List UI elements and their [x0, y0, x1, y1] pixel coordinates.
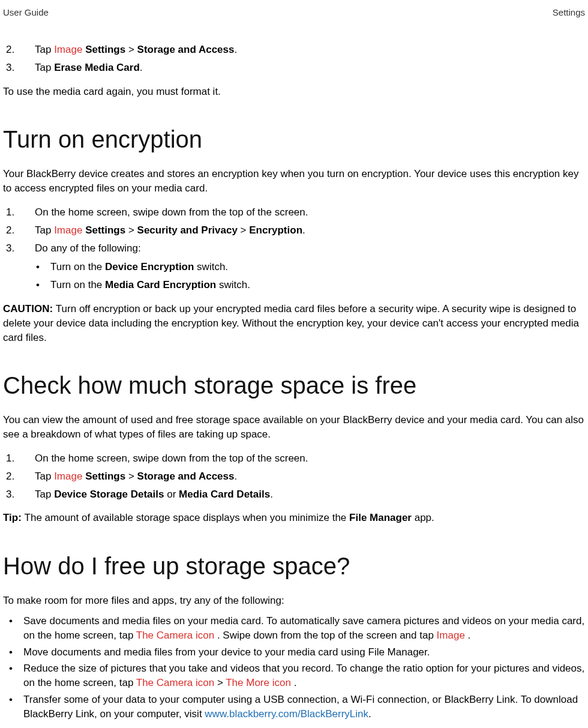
caution-label: CAUTION: — [3, 303, 56, 314]
list-number: 1. — [6, 205, 35, 220]
blackberry-link[interactable]: www.blackberry.com/BlackBerryLink — [205, 708, 368, 720]
list-item: 2. Tap Image Settings > Security and Pri… — [6, 223, 585, 238]
tip-para: Tip: The amount of available storage spa… — [3, 511, 585, 525]
section1-list: 1. On the home screen, swipe down from t… — [6, 205, 585, 255]
header-left: User Guide — [3, 6, 49, 19]
intro-list: 2. Tap Image Settings > Storage and Acce… — [6, 43, 585, 75]
section3-para: To make room for more files and apps, tr… — [3, 594, 585, 608]
list-number: 1. — [6, 451, 35, 466]
section-title-freeup: How do I free up storage space? — [3, 549, 585, 583]
list-item: • Move documents and media files from yo… — [9, 645, 585, 660]
list-item: 2. Tap Image Settings > Storage and Acce… — [6, 469, 585, 484]
list-item: 3. Do any of the following: — [6, 241, 585, 256]
list-number: 3. — [6, 61, 35, 75]
section-title-storage: Check how much storage space is free — [3, 369, 585, 402]
list-item: 1. On the home screen, swipe down from t… — [6, 205, 585, 220]
list-number: 2. — [6, 43, 35, 57]
section2-list: 1. On the home screen, swipe down from t… — [6, 451, 585, 501]
bullet-icon: • — [36, 260, 50, 274]
tip-label: Tip: — [3, 512, 25, 523]
list-item: 3. Tap Erase Media Card. — [6, 61, 585, 75]
list-text: On the home screen, swipe down from the … — [35, 205, 585, 220]
caution-para: CAUTION: Turn off encryption or back up … — [3, 302, 585, 344]
list-item: • Turn on the Media Card Encryption swit… — [36, 278, 585, 292]
list-text: Tap Image Settings > Storage and Access. — [35, 43, 585, 57]
section-title-encryption: Turn on encryption — [3, 122, 585, 156]
list-text: Move documents and media files from your… — [23, 645, 585, 660]
list-text: Turn on the Media Card Encryption switch… — [50, 278, 585, 292]
list-text: Save documents and media files on your m… — [23, 614, 585, 643]
list-item: 2. Tap Image Settings > Storage and Acce… — [6, 43, 585, 57]
list-number: 3. — [6, 487, 35, 502]
list-item: • Turn on the Device Encryption switch. — [36, 260, 585, 274]
list-item: • Reduce the size of pictures that you t… — [9, 661, 585, 690]
list-text: Do any of the following: — [35, 241, 585, 256]
list-text: On the home screen, swipe down from the … — [35, 451, 585, 466]
list-text: Reduce the size of pictures that you tak… — [23, 661, 585, 690]
section3-list: • Save documents and media files on your… — [9, 614, 585, 721]
bullet-icon: • — [9, 645, 23, 660]
list-text: Tap Image Settings > Security and Privac… — [35, 223, 585, 238]
list-text: Turn on the Device Encryption switch. — [50, 260, 585, 274]
section1-sublist: • Turn on the Device Encryption switch. … — [36, 260, 585, 292]
more-icon: The More icon — [226, 677, 291, 688]
list-item: 3. Tap Device Storage Details or Media C… — [6, 487, 585, 502]
list-text: Tap Erase Media Card. — [35, 61, 585, 75]
bullet-icon: • — [9, 661, 23, 690]
list-text: Tap Device Storage Details or Media Card… — [35, 487, 585, 502]
list-text: Transfer some of your data to your compu… — [23, 693, 585, 721]
image-icon: Image — [437, 630, 465, 641]
page-header: User Guide Settings — [3, 6, 585, 19]
intro-para: To use the media card again, you must fo… — [3, 85, 585, 99]
list-number: 2. — [6, 469, 35, 484]
list-item: 1. On the home screen, swipe down from t… — [6, 451, 585, 466]
settings-icon: Image — [54, 44, 82, 55]
list-text: Tap Image Settings > Storage and Access. — [35, 469, 585, 484]
bullet-icon: • — [9, 693, 23, 721]
bullet-icon: • — [9, 614, 23, 643]
bullet-icon: • — [36, 278, 50, 292]
list-number: 2. — [6, 223, 35, 238]
camera-icon: The Camera icon — [136, 677, 214, 688]
list-item: • Transfer some of your data to your com… — [9, 693, 585, 721]
header-right: Settings — [553, 6, 585, 19]
list-number: 3. — [6, 241, 35, 256]
settings-icon: Image — [54, 224, 82, 236]
section2-para: You can view the amount of used and free… — [3, 413, 585, 442]
list-item: • Save documents and media files on your… — [9, 614, 585, 643]
section1-para: Your BlackBerry device creates and store… — [3, 167, 585, 196]
settings-icon: Image — [54, 471, 82, 482]
camera-icon: The Camera icon — [136, 630, 214, 641]
